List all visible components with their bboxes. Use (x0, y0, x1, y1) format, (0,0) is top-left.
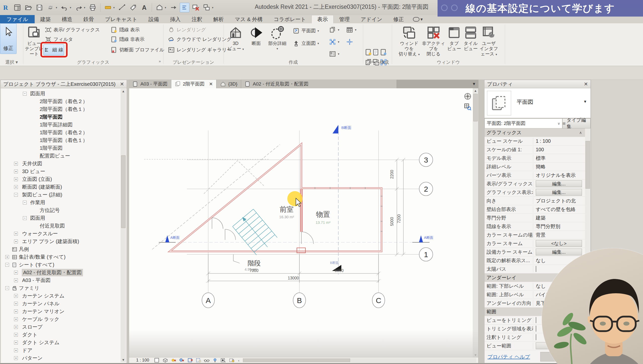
browser-item-label[interactable]: ダクト システム (22, 339, 60, 346)
scroll-left-icon[interactable]: ‹ (238, 358, 239, 362)
room-label-stair[interactable]: 階段 (248, 259, 261, 267)
show-crop-icon[interactable] (195, 358, 202, 363)
save-icon[interactable] (35, 3, 44, 12)
caret-down-icon[interactable]: ▾ (56, 6, 58, 9)
browser-item[interactable]: +カーテン システム (1, 292, 120, 300)
remove-hidden-lines-button[interactable]: 隠線 非表示 (111, 35, 144, 44)
browser-item-label[interactable]: 作業用 (30, 199, 45, 206)
render-in-cloud-button[interactable]: クラウドで レンダリング (168, 35, 232, 44)
sheet-composition-icon-1[interactable] (372, 48, 380, 56)
dim-6000[interactable]: 6000 (335, 268, 344, 273)
browser-item-label[interactable]: スロープ (22, 324, 42, 330)
property-value[interactable]: 建築 (533, 214, 585, 221)
expand-icon[interactable]: + (14, 356, 18, 360)
browser-item-label[interactable]: ウォークスルー (22, 230, 58, 237)
visibility-graphics-button[interactable]: 表示/ グラフィックス (45, 25, 100, 34)
canvas-horizontal-scrollbar[interactable] (243, 358, 476, 362)
ribbon-tab-1[interactable]: 構造 (56, 15, 78, 23)
expand-icon[interactable]: + (14, 348, 18, 352)
close-icon[interactable]: ✕ (120, 81, 124, 87)
expand-icon[interactable]: + (14, 294, 18, 298)
show-hidden-lines-button[interactable]: 隠線 表示 (111, 25, 140, 34)
ribbon-tab-8[interactable]: マス & 外構 (229, 15, 268, 23)
view-tab-0[interactable]: A03 - 平面図 (129, 80, 171, 88)
panel-expander-icon[interactable]: » (159, 59, 161, 63)
browser-item-label[interactable]: 2階平面図 (40, 114, 63, 120)
dim-13000[interactable]: 13000 (288, 276, 299, 280)
browser-item-label[interactable]: パターン (22, 355, 42, 361)
expand-icon[interactable]: + (14, 170, 18, 173)
default-3d-view-icon[interactable] (155, 3, 164, 12)
browser-item-label[interactable]: 断面図 (建築断面) (22, 184, 62, 190)
browser-item[interactable]: +スロープ (1, 323, 120, 331)
view-tab-2[interactable]: {3D} (217, 80, 241, 88)
visual-style-icon[interactable] (162, 358, 169, 363)
property-value[interactable]: 専門分野別 (533, 223, 585, 230)
collapse-icon[interactable]: − (23, 216, 27, 220)
grid-bubble-2[interactable]: 2 (424, 185, 428, 193)
thin-lines-icon[interactable] (180, 3, 189, 12)
browser-item-label[interactable]: カーテン マリオン (22, 308, 65, 315)
browser-item[interactable]: +天井伏図 (1, 160, 120, 168)
redo-icon[interactable] (74, 3, 83, 12)
browser-item-label[interactable]: 付近見取図 (40, 223, 65, 229)
browser-item-label[interactable]: ケーブル ラック (22, 316, 59, 323)
close-icon[interactable]: ✕ (584, 81, 588, 87)
open-icon[interactable] (24, 3, 33, 12)
browser-item-label[interactable]: 1階平面図（着色２） (40, 129, 88, 136)
property-value[interactable]: すべての壁を包絡 (533, 206, 585, 213)
close-hidden-icon[interactable] (191, 3, 200, 12)
room-label-storage[interactable]: 物置 (316, 210, 330, 218)
browser-item-label[interactable]: 方位記号 (40, 207, 60, 214)
aligned-dimension-icon[interactable] (117, 3, 127, 12)
browser-item[interactable]: 2階平面図（着色２） (1, 98, 120, 105)
chevron-down-icon[interactable]: ▼ (583, 99, 587, 104)
sheet-composition-icon-0[interactable] (365, 48, 372, 56)
detail-level-icon[interactable] (154, 358, 160, 363)
browser-item[interactable]: +ダクト システム (1, 339, 120, 346)
expand-icon[interactable]: + (14, 232, 18, 236)
browser-item-label[interactable]: ダクト (22, 331, 37, 338)
browser-item[interactable]: +エリア プラン (建築面積) (1, 238, 120, 245)
ribbon-tab-13[interactable]: 修正 (388, 15, 409, 23)
browser-item[interactable]: 2階平面図 (1, 113, 120, 121)
edit-button[interactable]: <なし> (536, 240, 582, 247)
browser-item-label[interactable]: 2階平面図（着色１） (40, 106, 88, 113)
grid-bubble-a[interactable]: A (206, 296, 211, 305)
expand-icon[interactable]: + (14, 177, 18, 181)
sync-icon[interactable] (46, 3, 55, 12)
collapse-icon[interactable]: − (14, 193, 18, 197)
browser-item[interactable]: +立面図 (立面) (1, 175, 120, 183)
edit-type-button[interactable]: ⊞タイプ編集 (562, 118, 591, 128)
browser-item[interactable]: 1階平面詳細図 (1, 121, 120, 129)
cut-profile-button[interactable]: 切断面 プロファイル (111, 45, 164, 54)
expand-icon[interactable]: + (14, 310, 18, 313)
checkbox[interactable] (536, 317, 536, 323)
browser-item[interactable]: 1階平面図 (1, 144, 120, 152)
browser-item[interactable]: 1階平面図（着色１） (1, 136, 120, 144)
grid-bubble-1[interactable]: 1 (424, 250, 428, 259)
property-value[interactable]: 簡略 (533, 163, 585, 170)
ribbon-tab-7[interactable]: 解析 (208, 15, 229, 23)
window-panel-win-close[interactable]: 非アクティブを閉じる (422, 25, 445, 57)
caret-down-icon[interactable]: ▾ (212, 6, 215, 9)
schedules-button[interactable]: ▾ (346, 25, 356, 34)
browser-item-label[interactable]: 図面用 (30, 215, 45, 222)
dim-7000[interactable]: 7000 (249, 268, 258, 273)
collapse-icon[interactable]: − (23, 92, 27, 96)
scope-box-button[interactable] (346, 37, 353, 46)
browser-item[interactable]: −シート (すべて) (1, 261, 120, 269)
edit-button[interactable]: 編集... (536, 180, 582, 187)
caret-down-icon[interactable]: ▾ (113, 6, 116, 9)
browser-item[interactable]: −作業用 (1, 199, 120, 206)
browser-item-label[interactable]: シート (すべて) (19, 261, 54, 268)
dim-7200[interactable]: 7200 (397, 214, 401, 223)
browser-item[interactable]: +A03 - 平面図 (1, 276, 120, 284)
reveal-constraints-icon[interactable] (228, 358, 235, 363)
properties-help-link[interactable]: プロパティ ヘルプ (488, 353, 530, 360)
property-value[interactable]: 背景 (533, 232, 585, 238)
section-button[interactable]: 断面 (247, 25, 265, 46)
view-tab-3[interactable]: A02 - 付近見取図・配置図 (241, 80, 397, 88)
expand-icon[interactable]: + (14, 333, 18, 337)
browser-scrollbar[interactable]: ▲ ▼ (121, 89, 126, 362)
